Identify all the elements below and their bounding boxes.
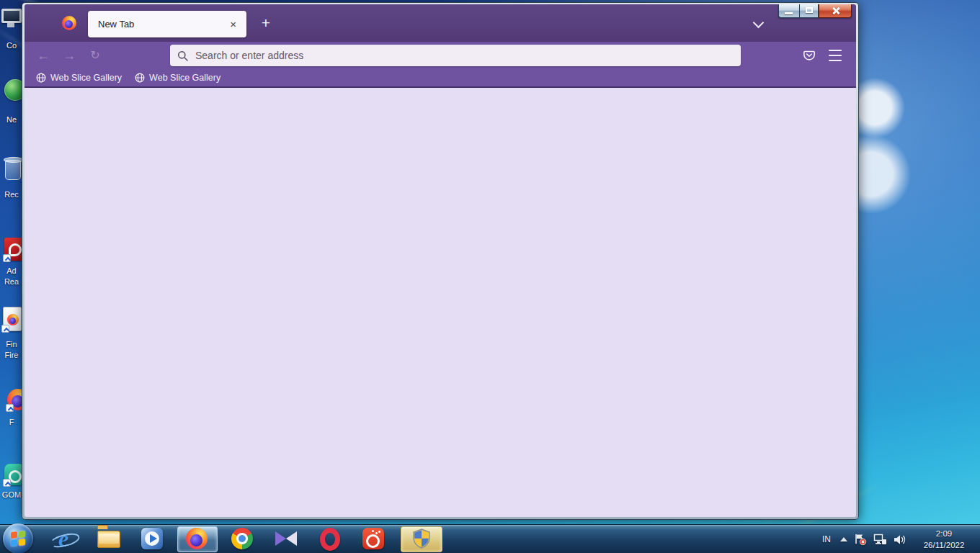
windows-logo-icon: [11, 531, 25, 547]
pocket-icon[interactable]: [803, 49, 816, 62]
taskbar-kmplayer[interactable]: [275, 528, 298, 551]
back-button[interactable]: ←: [33, 45, 53, 66]
tray-date: 26/11/2022: [914, 539, 974, 551]
address-bar[interactable]: [170, 45, 741, 66]
taskbar-opera[interactable]: [318, 528, 342, 551]
shortcut-arrow-icon: [1, 325, 9, 333]
desktop-icon-adobe-label-1: Ad: [0, 266, 24, 275]
taskbar-windows-explorer[interactable]: [97, 528, 120, 551]
media-player-icon: [141, 528, 163, 549]
shortcut-arrow-icon: [6, 404, 14, 412]
system-tray: IN 2:09 26/11/2022: [822, 525, 980, 553]
folder-icon: [97, 531, 120, 548]
window-controls: [778, 4, 852, 18]
desktop-icon-computer-label: Co: [0, 41, 24, 50]
desktop-icon-computer[interactable]: [1, 9, 22, 23]
list-all-tabs-chevron-icon[interactable]: [752, 17, 764, 29]
shortcut-arrow-icon: [3, 254, 11, 262]
desktop-icon-installer-label-2: Fire: [0, 351, 24, 359]
computer-icon: [1, 9, 22, 23]
minimize-icon: [785, 12, 793, 14]
tab-new-tab[interactable]: New Tab ×: [88, 11, 246, 37]
maximize-icon: [806, 7, 813, 13]
taskbar-internet-explorer[interactable]: e: [52, 528, 75, 551]
taskbar: e IN: [0, 524, 980, 553]
close-icon: [832, 6, 840, 15]
desktop-icon-gom-label: GOM: [0, 490, 24, 499]
navigation-toolbar: ← → ↻: [24, 42, 856, 69]
maximize-button[interactable]: [799, 4, 819, 18]
desktop-icon-adobe-label-2: Rea: [0, 277, 24, 286]
close-window-button[interactable]: [819, 4, 852, 18]
firefox-logo-icon[interactable]: [62, 16, 76, 30]
tab-title: New Tab: [98, 19, 227, 30]
firefox-window: New Tab × + ← → ↻: [22, 2, 859, 520]
desktop-icon-firefox-label: F: [0, 418, 24, 426]
kmplayer-icon: [275, 528, 298, 549]
gom-player-icon: [362, 528, 384, 549]
bookmarks-toolbar: Web Slice Gallery Web Slice Gallery: [24, 69, 856, 86]
reload-button[interactable]: ↻: [85, 45, 105, 66]
tray-time: 2:09: [914, 528, 974, 539]
desktop-icon-adobe-reader[interactable]: [4, 238, 22, 261]
search-icon: [177, 50, 188, 61]
forward-button[interactable]: →: [59, 45, 79, 66]
globe-icon: [36, 73, 46, 83]
network-icon[interactable]: [873, 534, 887, 546]
show-hidden-icons-icon[interactable]: [840, 537, 847, 541]
recycle-bin-icon: [5, 160, 21, 180]
clock[interactable]: 2:09 26/11/2022: [914, 528, 974, 551]
chrome-icon: [231, 528, 253, 549]
taskbar-firefox[interactable]: [186, 528, 209, 551]
taskbar-gom-player[interactable]: [362, 528, 386, 551]
language-indicator[interactable]: IN: [822, 534, 834, 544]
opera-icon: [320, 528, 340, 551]
desktop-icon-installer-label-1: Fin: [0, 340, 24, 349]
desktop-icon-network-label: Ne: [0, 115, 24, 124]
globe-icon: [135, 73, 145, 83]
action-center-flag-icon[interactable]: [854, 533, 867, 546]
minimize-button[interactable]: [778, 4, 799, 18]
new-tab-page-content[interactable]: [24, 88, 856, 517]
taskbar-media-player[interactable]: [141, 528, 164, 551]
desktop-icon-recycle-bin[interactable]: [5, 160, 21, 180]
firefox-logo-icon: [7, 314, 19, 325]
bookmark-label: Web Slice Gallery: [50, 73, 122, 83]
bookmark-web-slice-gallery-1[interactable]: Web Slice Gallery: [36, 73, 122, 83]
url-input[interactable]: [195, 50, 734, 61]
hamburger-menu-icon[interactable]: [829, 50, 842, 61]
desktop-icon-firefox-installer[interactable]: [3, 307, 22, 331]
firefox-logo-icon: [186, 528, 208, 549]
close-tab-icon[interactable]: ×: [227, 17, 239, 31]
taskbar-security-shield[interactable]: [411, 528, 434, 551]
security-shield-icon: [411, 528, 432, 549]
bookmark-web-slice-gallery-2[interactable]: Web Slice Gallery: [135, 73, 220, 83]
desktop-icon-recycle-bin-label: Rec: [0, 190, 24, 199]
shortcut-arrow-icon: [3, 479, 11, 487]
tab-bar: New Tab × +: [24, 4, 856, 42]
new-tab-button[interactable]: +: [255, 14, 277, 34]
bookmark-label: Web Slice Gallery: [149, 73, 220, 83]
internet-explorer-icon: e: [52, 528, 75, 549]
start-button[interactable]: [3, 523, 33, 553]
volume-icon[interactable]: [894, 534, 907, 546]
taskbar-chrome[interactable]: [231, 528, 254, 551]
